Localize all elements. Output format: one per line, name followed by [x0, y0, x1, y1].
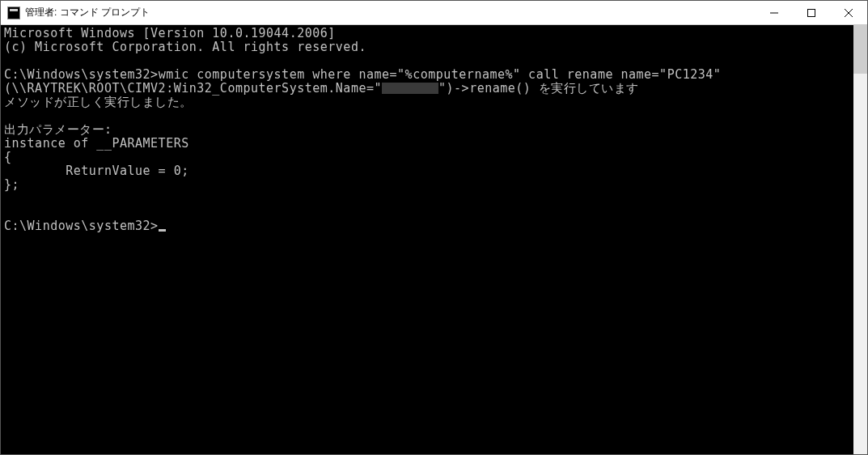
output-line: {	[4, 150, 12, 164]
output-line: ReturnValue = 0;	[4, 164, 189, 178]
window-title: 管理者: コマンド プロンプト	[25, 6, 756, 19]
output-line: ")->rename() を実行しています	[438, 81, 639, 96]
command-prompt-window: 管理者: コマンド プロンプト Microsoft Windows [Versi…	[0, 0, 868, 455]
close-icon	[845, 9, 853, 17]
close-button[interactable]	[830, 1, 867, 24]
output-line: 出力パラメーター:	[4, 122, 112, 137]
maximize-button[interactable]	[793, 1, 830, 24]
window-controls	[756, 1, 867, 24]
output-line: instance of __PARAMETERS	[4, 136, 189, 151]
svg-rect-0	[808, 9, 815, 16]
minimize-icon	[770, 9, 778, 17]
output-line: (\\RAYTREK\ROOT\CIMV2:Win32_ComputerSyst…	[4, 81, 382, 96]
titlebar[interactable]: 管理者: コマンド プロンプト	[1, 1, 867, 25]
prompt-path: C:\Windows\system32>	[4, 219, 159, 233]
maximize-icon	[807, 9, 815, 17]
copyright-line: (c) Microsoft Corporation. All rights re…	[4, 40, 366, 54]
scrollbar[interactable]	[853, 25, 867, 454]
cursor	[159, 229, 166, 232]
scrollbar-thumb[interactable]	[853, 25, 867, 74]
terminal-area[interactable]: Microsoft Windows [Version 10.0.19044.20…	[1, 25, 867, 454]
prompt-path: C:\Windows\system32>	[4, 67, 159, 82]
command-text: wmic computersystem where name="%compute…	[159, 67, 722, 82]
app-icon	[7, 6, 20, 19]
minimize-button[interactable]	[756, 1, 793, 24]
output-line: };	[4, 177, 19, 192]
version-line: Microsoft Windows [Version 10.0.19044.20…	[4, 26, 336, 40]
redacted-hostname	[382, 83, 438, 94]
output-line: メソッドが正しく実行しました。	[4, 95, 193, 109]
terminal-content: Microsoft Windows [Version 10.0.19044.20…	[1, 25, 867, 235]
